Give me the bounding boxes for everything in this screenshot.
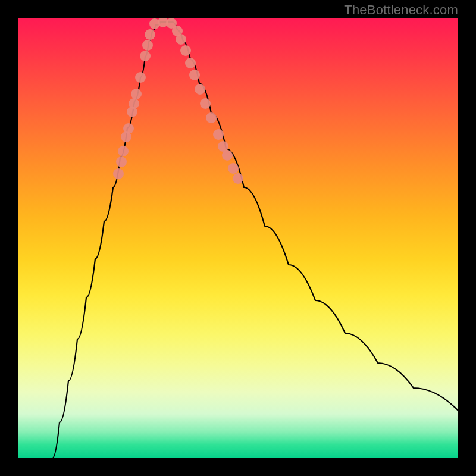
dots-layer <box>113 18 243 184</box>
left-curve <box>52 22 161 458</box>
data-dot <box>189 70 200 80</box>
data-dot <box>131 89 142 99</box>
data-dot <box>228 163 239 174</box>
data-dot <box>176 34 186 45</box>
data-dot <box>185 58 196 68</box>
data-dot <box>195 84 205 95</box>
data-dot <box>180 45 191 56</box>
chart-svg <box>18 18 458 458</box>
data-dot <box>206 112 217 123</box>
data-dot <box>116 156 127 167</box>
curve-layer <box>52 22 458 458</box>
data-dot <box>222 150 233 161</box>
right-curve <box>173 22 458 411</box>
data-dot <box>123 123 134 134</box>
plot-area <box>18 18 458 458</box>
watermark-text: TheBottleneck.com <box>344 2 458 18</box>
data-dot <box>145 29 155 40</box>
data-dot <box>113 168 124 179</box>
data-dot <box>129 98 139 109</box>
data-dot <box>213 129 224 140</box>
data-dot <box>118 146 129 156</box>
chart-frame: TheBottleneck.com <box>0 0 476 476</box>
data-dot <box>233 173 243 184</box>
data-dot <box>135 72 146 83</box>
data-dot <box>140 51 151 61</box>
data-dot <box>142 40 153 51</box>
data-dot <box>200 98 211 109</box>
